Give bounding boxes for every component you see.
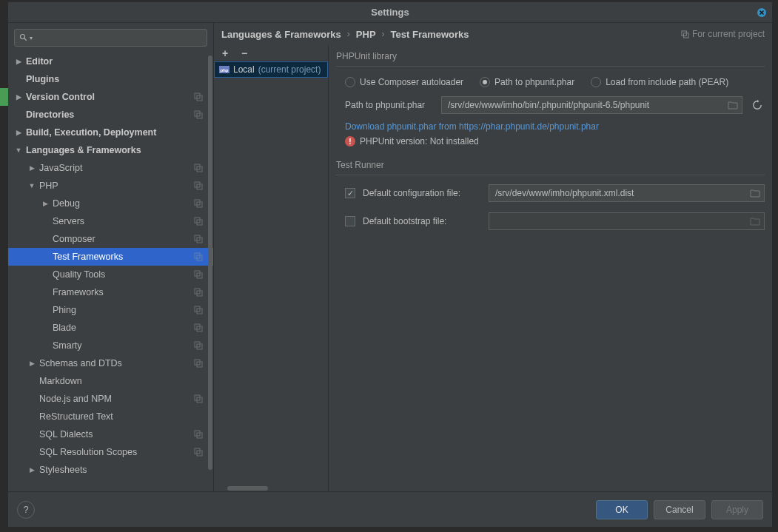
settings-sidebar: ▾ ▶EditorPlugins▶Version ControlDirector… <box>8 23 214 491</box>
download-link[interactable]: Download phpunit.phar from https://phar.… <box>336 121 765 132</box>
config-file-label: Default configuration file: <box>363 188 481 198</box>
crumb-2: Test Frameworks <box>391 29 469 40</box>
radio-composer[interactable]: Use Composer autoloader <box>345 77 463 87</box>
tree-label: Plugins <box>26 74 59 84</box>
tree-arrow-icon[interactable]: ▶ <box>14 129 23 136</box>
tree-item-blade[interactable]: Blade <box>8 319 213 337</box>
main-panel: PHPUnit library Use Composer autoloader … <box>329 45 772 491</box>
tree-label: Languages & Frameworks <box>26 145 141 155</box>
tree-label: Smarty <box>53 340 82 351</box>
svg-text:php: php <box>221 68 229 73</box>
ok-button[interactable]: OK <box>596 500 648 519</box>
project-scope-icon <box>194 341 203 350</box>
search-input[interactable]: ▾ <box>14 29 207 47</box>
close-icon[interactable] <box>756 7 768 18</box>
project-scope-icon <box>194 235 203 243</box>
dialog-footer: ? OK Cancel Apply <box>8 491 772 527</box>
tree-item-smarty[interactable]: Smarty <box>8 337 213 354</box>
tree-item-version-control[interactable]: ▶Version Control <box>8 88 213 106</box>
bootstrap-file-input <box>489 212 765 230</box>
tree-item-restructured-text[interactable]: ReStructured Text <box>8 408 213 425</box>
tree-item-editor[interactable]: ▶Editor <box>8 53 213 70</box>
crumb-1[interactable]: PHP <box>356 29 376 40</box>
project-scope-icon <box>194 306 203 314</box>
tree-item-sql-resolution-scopes[interactable]: SQL Resolution Scopes <box>8 443 213 461</box>
scrollbar-thumb[interactable] <box>208 55 212 470</box>
cancel-button[interactable]: Cancel <box>654 500 705 519</box>
settings-tree[interactable]: ▶EditorPlugins▶Version ControlDirectorie… <box>8 53 213 491</box>
config-item-suffix: (current project) <box>258 64 321 75</box>
tree-arrow-icon[interactable]: ▶ <box>27 466 36 474</box>
tree-label: Schemas and DTDs <box>39 358 122 368</box>
tree-arrow-icon[interactable]: ▼ <box>27 182 36 189</box>
tree-item-debug[interactable]: ▶Debug <box>8 195 213 212</box>
tree-label: Build, Execution, Deployment <box>26 127 156 138</box>
tree-item-servers[interactable]: Servers <box>8 212 213 230</box>
tree-label: JavaScript <box>39 163 82 173</box>
tree-item-languages-frameworks[interactable]: ▼Languages & Frameworks <box>8 141 213 159</box>
tree-item-build-execution-deployment[interactable]: ▶Build, Execution, Deployment <box>8 124 213 141</box>
folder-icon[interactable] <box>728 100 738 110</box>
folder-icon[interactable] <box>750 188 760 198</box>
tree-arrow-icon[interactable]: ▶ <box>27 164 36 172</box>
config-list-panel: + − php Local (current project) <box>214 45 329 491</box>
tree-label: Test Frameworks <box>53 252 123 262</box>
bootstrap-file-label: Default bootstrap file: <box>363 216 481 226</box>
project-scope-icon <box>194 288 203 297</box>
tree-item-node-js-and-npm[interactable]: Node.js and NPM <box>8 390 213 408</box>
tree-item-php[interactable]: ▼PHP <box>8 177 213 195</box>
tree-label: Markdown <box>39 376 82 386</box>
tree-arrow-icon[interactable]: ▼ <box>14 147 23 154</box>
phar-path-input[interactable] <box>441 96 742 114</box>
config-file-checkbox[interactable] <box>345 188 355 198</box>
config-item-local[interactable]: php Local (current project) <box>214 61 328 78</box>
section-runner: Test Runner <box>336 157 765 172</box>
tree-arrow-icon[interactable]: ▶ <box>14 58 23 65</box>
error-icon: ! <box>345 136 355 147</box>
radio-phar[interactable]: Path to phpunit.phar <box>480 77 574 87</box>
tree-arrow-icon[interactable]: ▶ <box>41 200 50 207</box>
tree-item-plugins[interactable]: Plugins <box>8 70 213 88</box>
apply-button[interactable]: Apply <box>711 500 763 519</box>
remove-button[interactable]: − <box>239 48 249 58</box>
tree-item-frameworks[interactable]: Frameworks <box>8 283 213 301</box>
tree-item-javascript[interactable]: ▶JavaScript <box>8 159 213 177</box>
search-dropdown-icon[interactable]: ▾ <box>30 35 33 41</box>
config-list[interactable]: php Local (current project) <box>214 61 328 491</box>
add-button[interactable]: + <box>220 48 230 58</box>
gutter-marker <box>0 88 8 106</box>
svg-point-1 <box>21 35 25 39</box>
tree-item-directories[interactable]: Directories <box>8 106 213 124</box>
project-scope-icon <box>194 217 203 226</box>
help-button[interactable]: ? <box>17 501 35 519</box>
tree-arrow-icon[interactable]: ▶ <box>27 360 36 367</box>
project-scope-icon <box>194 164 203 172</box>
tree-label: Node.js and NPM <box>39 394 112 404</box>
horiz-scrollbar[interactable] <box>214 485 328 491</box>
tree-item-composer[interactable]: Composer <box>8 230 213 248</box>
php-icon: php <box>219 64 229 75</box>
tree-item-test-frameworks[interactable]: Test Frameworks <box>8 248 213 266</box>
crumb-0[interactable]: Languages & Frameworks <box>221 29 341 40</box>
project-scope-icon <box>194 448 203 457</box>
config-list-toolbar: + − <box>214 45 328 61</box>
tree-label: PHP <box>39 181 58 191</box>
horiz-scrollbar-thumb[interactable] <box>227 486 268 491</box>
project-scope-icon <box>194 323 203 332</box>
refresh-icon[interactable] <box>750 98 765 112</box>
bootstrap-file-checkbox[interactable] <box>345 216 355 226</box>
tree-item-stylesheets[interactable]: ▶Stylesheets <box>8 461 213 479</box>
tree-item-schemas-and-dtds[interactable]: ▶Schemas and DTDs <box>8 354 213 372</box>
tree-item-phing[interactable]: Phing <box>8 301 213 319</box>
tree-label: ReStructured Text <box>39 411 113 422</box>
tree-label: Stylesheets <box>39 465 87 475</box>
tree-arrow-icon[interactable]: ▶ <box>14 93 23 101</box>
tree-item-sql-dialects[interactable]: SQL Dialects <box>8 425 213 443</box>
phpunit-status: ! PHPUnit version: Not installed <box>336 132 765 157</box>
project-scope-icon <box>194 181 203 190</box>
radio-pear[interactable]: Load from include path (PEAR) <box>591 77 728 87</box>
tree-item-quality-tools[interactable]: Quality Tools <box>8 266 213 283</box>
config-file-input[interactable] <box>489 184 765 202</box>
tree-item-markdown[interactable]: Markdown <box>8 372 213 390</box>
project-scope-icon <box>194 252 203 261</box>
